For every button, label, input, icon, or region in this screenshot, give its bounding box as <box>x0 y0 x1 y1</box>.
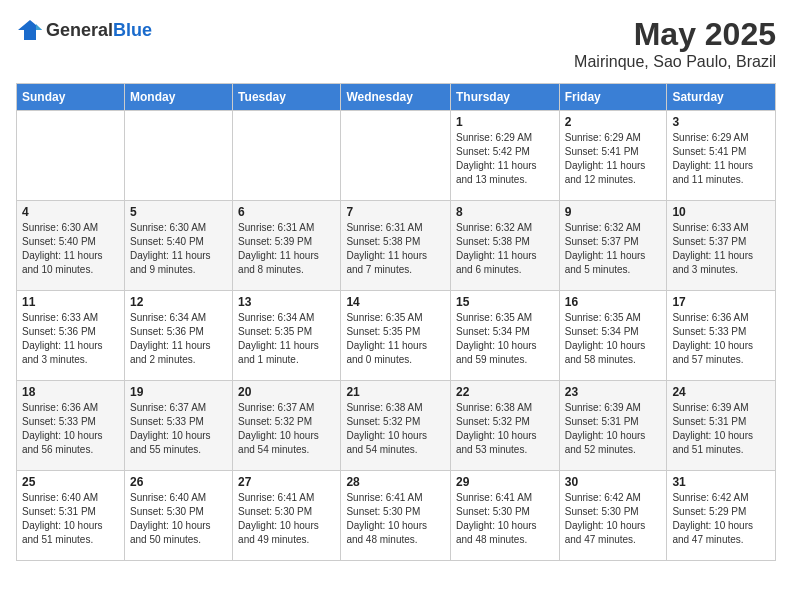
calendar-cell: 14Sunrise: 6:35 AM Sunset: 5:35 PM Dayli… <box>341 291 451 381</box>
logo-text: GeneralBlue <box>46 20 152 41</box>
calendar-table: SundayMondayTuesdayWednesdayThursdayFrid… <box>16 83 776 561</box>
calendar-cell: 19Sunrise: 6:37 AM Sunset: 5:33 PM Dayli… <box>124 381 232 471</box>
day-info: Sunrise: 6:35 AM Sunset: 5:34 PM Dayligh… <box>456 311 554 367</box>
day-number: 22 <box>456 385 554 399</box>
calendar-cell: 20Sunrise: 6:37 AM Sunset: 5:32 PM Dayli… <box>233 381 341 471</box>
day-number: 4 <box>22 205 119 219</box>
calendar-cell <box>17 111 125 201</box>
day-info: Sunrise: 6:29 AM Sunset: 5:42 PM Dayligh… <box>456 131 554 187</box>
day-info: Sunrise: 6:29 AM Sunset: 5:41 PM Dayligh… <box>672 131 770 187</box>
day-info: Sunrise: 6:34 AM Sunset: 5:36 PM Dayligh… <box>130 311 227 367</box>
day-info: Sunrise: 6:30 AM Sunset: 5:40 PM Dayligh… <box>22 221 119 277</box>
day-number: 27 <box>238 475 335 489</box>
day-number: 18 <box>22 385 119 399</box>
calendar-cell: 4Sunrise: 6:30 AM Sunset: 5:40 PM Daylig… <box>17 201 125 291</box>
day-info: Sunrise: 6:33 AM Sunset: 5:36 PM Dayligh… <box>22 311 119 367</box>
day-number: 1 <box>456 115 554 129</box>
logo: GeneralBlue <box>16 16 152 44</box>
calendar-cell: 3Sunrise: 6:29 AM Sunset: 5:41 PM Daylig… <box>667 111 776 201</box>
day-number: 3 <box>672 115 770 129</box>
calendar-cell: 21Sunrise: 6:38 AM Sunset: 5:32 PM Dayli… <box>341 381 451 471</box>
day-info: Sunrise: 6:41 AM Sunset: 5:30 PM Dayligh… <box>346 491 445 547</box>
logo-icon <box>16 16 44 44</box>
calendar-cell: 9Sunrise: 6:32 AM Sunset: 5:37 PM Daylig… <box>559 201 667 291</box>
day-number: 31 <box>672 475 770 489</box>
day-info: Sunrise: 6:30 AM Sunset: 5:40 PM Dayligh… <box>130 221 227 277</box>
calendar-week-row: 25Sunrise: 6:40 AM Sunset: 5:31 PM Dayli… <box>17 471 776 561</box>
day-number: 15 <box>456 295 554 309</box>
day-number: 29 <box>456 475 554 489</box>
calendar-cell <box>341 111 451 201</box>
day-info: Sunrise: 6:37 AM Sunset: 5:32 PM Dayligh… <box>238 401 335 457</box>
weekday-header-wednesday: Wednesday <box>341 84 451 111</box>
calendar-cell: 29Sunrise: 6:41 AM Sunset: 5:30 PM Dayli… <box>451 471 560 561</box>
day-info: Sunrise: 6:42 AM Sunset: 5:29 PM Dayligh… <box>672 491 770 547</box>
calendar-cell: 7Sunrise: 6:31 AM Sunset: 5:38 PM Daylig… <box>341 201 451 291</box>
calendar-cell: 26Sunrise: 6:40 AM Sunset: 5:30 PM Dayli… <box>124 471 232 561</box>
day-number: 2 <box>565 115 662 129</box>
day-info: Sunrise: 6:40 AM Sunset: 5:31 PM Dayligh… <box>22 491 119 547</box>
day-number: 13 <box>238 295 335 309</box>
page-header: GeneralBlue May 2025 Mairinque, Sao Paul… <box>16 16 776 71</box>
day-info: Sunrise: 6:32 AM Sunset: 5:38 PM Dayligh… <box>456 221 554 277</box>
calendar-cell: 5Sunrise: 6:30 AM Sunset: 5:40 PM Daylig… <box>124 201 232 291</box>
calendar-week-row: 4Sunrise: 6:30 AM Sunset: 5:40 PM Daylig… <box>17 201 776 291</box>
calendar-cell: 12Sunrise: 6:34 AM Sunset: 5:36 PM Dayli… <box>124 291 232 381</box>
calendar-week-row: 1Sunrise: 6:29 AM Sunset: 5:42 PM Daylig… <box>17 111 776 201</box>
location-title: Mairinque, Sao Paulo, Brazil <box>574 53 776 71</box>
calendar-cell: 17Sunrise: 6:36 AM Sunset: 5:33 PM Dayli… <box>667 291 776 381</box>
day-info: Sunrise: 6:35 AM Sunset: 5:35 PM Dayligh… <box>346 311 445 367</box>
day-info: Sunrise: 6:38 AM Sunset: 5:32 PM Dayligh… <box>456 401 554 457</box>
day-info: Sunrise: 6:36 AM Sunset: 5:33 PM Dayligh… <box>672 311 770 367</box>
calendar-cell: 16Sunrise: 6:35 AM Sunset: 5:34 PM Dayli… <box>559 291 667 381</box>
day-number: 17 <box>672 295 770 309</box>
calendar-cell: 1Sunrise: 6:29 AM Sunset: 5:42 PM Daylig… <box>451 111 560 201</box>
day-number: 8 <box>456 205 554 219</box>
calendar-cell: 30Sunrise: 6:42 AM Sunset: 5:30 PM Dayli… <box>559 471 667 561</box>
day-number: 19 <box>130 385 227 399</box>
calendar-cell: 22Sunrise: 6:38 AM Sunset: 5:32 PM Dayli… <box>451 381 560 471</box>
day-info: Sunrise: 6:41 AM Sunset: 5:30 PM Dayligh… <box>238 491 335 547</box>
day-info: Sunrise: 6:29 AM Sunset: 5:41 PM Dayligh… <box>565 131 662 187</box>
day-number: 12 <box>130 295 227 309</box>
weekday-header-tuesday: Tuesday <box>233 84 341 111</box>
day-number: 23 <box>565 385 662 399</box>
calendar-cell: 13Sunrise: 6:34 AM Sunset: 5:35 PM Dayli… <box>233 291 341 381</box>
day-number: 30 <box>565 475 662 489</box>
day-number: 6 <box>238 205 335 219</box>
logo-general: General <box>46 20 113 40</box>
day-number: 24 <box>672 385 770 399</box>
calendar-cell: 31Sunrise: 6:42 AM Sunset: 5:29 PM Dayli… <box>667 471 776 561</box>
weekday-header-friday: Friday <box>559 84 667 111</box>
weekday-header-saturday: Saturday <box>667 84 776 111</box>
calendar-cell <box>233 111 341 201</box>
calendar-cell: 24Sunrise: 6:39 AM Sunset: 5:31 PM Dayli… <box>667 381 776 471</box>
weekday-header-sunday: Sunday <box>17 84 125 111</box>
day-info: Sunrise: 6:41 AM Sunset: 5:30 PM Dayligh… <box>456 491 554 547</box>
day-number: 14 <box>346 295 445 309</box>
day-number: 26 <box>130 475 227 489</box>
day-number: 10 <box>672 205 770 219</box>
day-number: 25 <box>22 475 119 489</box>
day-info: Sunrise: 6:40 AM Sunset: 5:30 PM Dayligh… <box>130 491 227 547</box>
calendar-week-row: 11Sunrise: 6:33 AM Sunset: 5:36 PM Dayli… <box>17 291 776 381</box>
day-info: Sunrise: 6:39 AM Sunset: 5:31 PM Dayligh… <box>672 401 770 457</box>
day-info: Sunrise: 6:34 AM Sunset: 5:35 PM Dayligh… <box>238 311 335 367</box>
weekday-header-row: SundayMondayTuesdayWednesdayThursdayFrid… <box>17 84 776 111</box>
day-info: Sunrise: 6:38 AM Sunset: 5:32 PM Dayligh… <box>346 401 445 457</box>
day-info: Sunrise: 6:32 AM Sunset: 5:37 PM Dayligh… <box>565 221 662 277</box>
day-number: 20 <box>238 385 335 399</box>
day-number: 21 <box>346 385 445 399</box>
calendar-cell <box>124 111 232 201</box>
day-number: 7 <box>346 205 445 219</box>
day-number: 9 <box>565 205 662 219</box>
calendar-cell: 8Sunrise: 6:32 AM Sunset: 5:38 PM Daylig… <box>451 201 560 291</box>
calendar-cell: 2Sunrise: 6:29 AM Sunset: 5:41 PM Daylig… <box>559 111 667 201</box>
day-info: Sunrise: 6:36 AM Sunset: 5:33 PM Dayligh… <box>22 401 119 457</box>
calendar-cell: 18Sunrise: 6:36 AM Sunset: 5:33 PM Dayli… <box>17 381 125 471</box>
calendar-cell: 23Sunrise: 6:39 AM Sunset: 5:31 PM Dayli… <box>559 381 667 471</box>
day-number: 16 <box>565 295 662 309</box>
calendar-cell: 11Sunrise: 6:33 AM Sunset: 5:36 PM Dayli… <box>17 291 125 381</box>
calendar-cell: 10Sunrise: 6:33 AM Sunset: 5:37 PM Dayli… <box>667 201 776 291</box>
logo-blue: Blue <box>113 20 152 40</box>
